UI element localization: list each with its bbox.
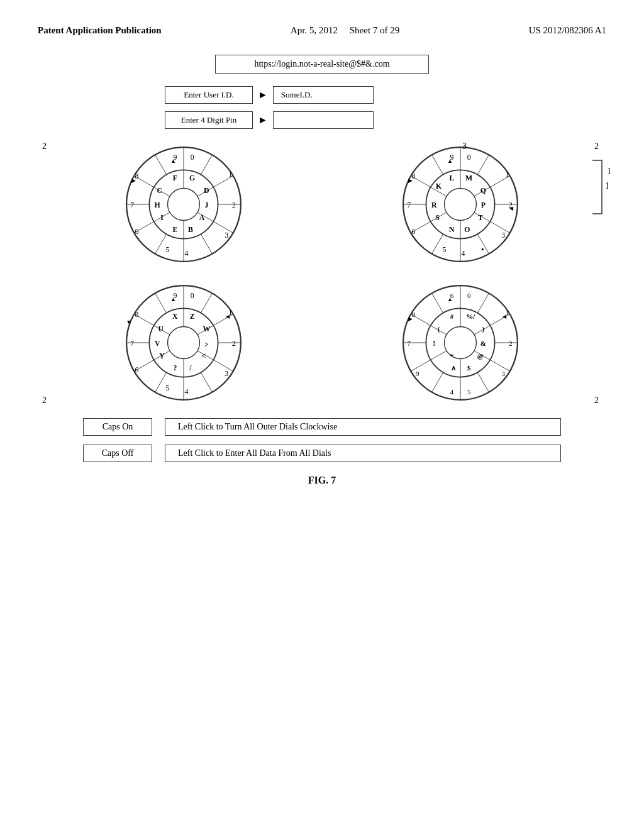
- svg-text:X: X: [172, 312, 178, 321]
- svg-text:(: (: [438, 325, 440, 333]
- dial-3-svg: 9 0 1 2 3 4 5 6 7 8 X Z U W V >: [121, 280, 247, 406]
- svg-text:L: L: [449, 174, 454, 182]
- svg-text:%/: %/: [466, 313, 475, 320]
- svg-text:R: R: [431, 201, 437, 209]
- corner-2-bottomleft: 2: [42, 396, 47, 406]
- svg-text:<: <: [201, 351, 206, 360]
- svg-text:7: 7: [407, 201, 411, 209]
- svg-text:6: 6: [135, 227, 139, 236]
- svg-text:4: 4: [185, 249, 189, 258]
- svg-text:4: 4: [450, 388, 454, 396]
- svg-point-135: [445, 327, 477, 359]
- svg-text:▶: ▶: [408, 177, 413, 184]
- svg-text:7: 7: [407, 340, 411, 347]
- svg-text:5: 5: [467, 388, 471, 396]
- caps-on-button[interactable]: Caps On: [83, 418, 152, 436]
- svg-text:▲: ▲: [447, 296, 453, 302]
- svg-text:▲: ▲: [447, 158, 453, 164]
- caps-off-button[interactable]: Caps Off: [83, 445, 152, 462]
- caps-on-description: Left Click to Turn All Outer Dials Clock…: [165, 418, 561, 436]
- svg-text:B: B: [188, 225, 193, 234]
- svg-text:3: 3: [501, 231, 505, 240]
- svg-point-3: [168, 189, 200, 221]
- svg-text:0: 0: [191, 153, 194, 162]
- svg-text:0: 0: [191, 291, 194, 300]
- svg-text:S: S: [435, 213, 440, 222]
- caps-on-row: Caps On Left Click to Turn All Outer Dia…: [83, 418, 561, 436]
- svg-text:*: *: [450, 352, 453, 360]
- dial-4-svg: 6 0 1 2 3 5 4 9 7 8 # %/ ( ) ! &: [397, 280, 523, 406]
- svg-text:∧: ∧: [451, 364, 456, 372]
- user-id-label: Enter User I.D.: [165, 86, 253, 104]
- pin-label: Enter 4 Digit Pin: [165, 111, 253, 129]
- svg-text:A: A: [199, 213, 205, 222]
- user-id-value: SomeI.D.: [273, 86, 374, 104]
- patent-number: US 2012/082306 A1: [529, 25, 606, 36]
- publication-date: Apr. 5, 2012: [291, 25, 338, 35]
- svg-text:▶: ▶: [408, 316, 413, 322]
- svg-text:3: 3: [501, 370, 505, 377]
- svg-text:1: 1: [605, 181, 608, 191]
- svg-text:4: 4: [185, 387, 189, 396]
- svg-text:P: P: [481, 201, 486, 209]
- svg-text:◀: ◀: [509, 206, 514, 211]
- svg-text:1: 1: [229, 170, 233, 179]
- corner-3-topmid: 3: [462, 141, 467, 152]
- svg-text:▲: ▲: [170, 158, 176, 164]
- arrow-right-icon: ►: [258, 89, 268, 101]
- svg-text:?: ?: [173, 363, 177, 372]
- dial-2-svg: 9 0 1 2 3 4 5 6 7 8 L M K Q R P: [397, 141, 523, 267]
- svg-text:W: W: [203, 324, 210, 333]
- dial-2-wrapper: 9 0 1 2 3 4 5 6 7 8 L M K Q R P: [328, 141, 592, 267]
- svg-text:!: !: [433, 339, 435, 348]
- svg-text:▲: ▲: [480, 246, 485, 252]
- svg-text:2: 2: [232, 201, 236, 209]
- svg-text:0: 0: [467, 292, 471, 299]
- svg-text:H: H: [155, 201, 160, 209]
- svg-text:9: 9: [416, 370, 419, 377]
- svg-text:6: 6: [412, 227, 416, 236]
- caps-off-row: Caps Off Left Click to Enter All Data Fr…: [83, 445, 561, 462]
- svg-point-46: [445, 189, 477, 221]
- svg-text:N: N: [449, 225, 455, 234]
- svg-text:): ): [482, 325, 485, 333]
- dial-3-wrapper: 9 0 1 2 3 4 5 6 7 8 X Z U W V >: [52, 280, 316, 406]
- svg-text:4: 4: [462, 249, 465, 258]
- svg-text:M: M: [465, 174, 472, 182]
- caps-off-description: Left Click to Enter All Data From All Di…: [165, 445, 561, 462]
- page: Patent Application Publication Apr. 5, 2…: [0, 0, 644, 830]
- svg-text:7: 7: [130, 339, 134, 348]
- svg-text:C: C: [157, 186, 163, 195]
- dials-area: 1 1: [52, 141, 592, 406]
- svg-text:&: &: [480, 340, 486, 347]
- figure-label: FIG. 7: [38, 475, 606, 486]
- svg-text:K: K: [436, 182, 442, 191]
- svg-text:8: 8: [135, 310, 139, 319]
- svg-text:▶: ▶: [131, 177, 136, 184]
- svg-text:Z: Z: [190, 312, 195, 321]
- svg-text:6: 6: [135, 365, 139, 374]
- form-section: Enter User I.D. ► SomeI.D. Enter 4 Digit…: [165, 86, 479, 129]
- dial-1-wrapper: 9 0 1 2 3 4 5 6 7: [52, 141, 316, 267]
- svg-text:I: I: [160, 213, 164, 222]
- sheet-info: Sheet 7 of 29: [350, 25, 400, 35]
- svg-text:0: 0: [467, 153, 471, 162]
- corner-2-bottomright: 2: [594, 396, 599, 406]
- svg-text:▲: ▲: [170, 296, 176, 302]
- svg-text:>: >: [204, 340, 209, 349]
- svg-text:O: O: [464, 225, 470, 234]
- svg-text:2: 2: [232, 339, 236, 348]
- arrow-right-2-icon: ►: [258, 114, 268, 126]
- svg-point-91: [168, 327, 200, 359]
- svg-text:J: J: [204, 201, 208, 209]
- header: Patent Application Publication Apr. 5, 2…: [38, 25, 606, 36]
- svg-text:G: G: [189, 174, 195, 182]
- svg-text:3: 3: [225, 369, 228, 378]
- patent-title: Patent Application Publication: [38, 25, 162, 36]
- svg-text:Y: Y: [159, 351, 165, 360]
- dial-4-wrapper: 6 0 1 2 3 5 4 9 7 8 # %/ ( ) ! &: [328, 280, 592, 406]
- svg-text:7: 7: [130, 201, 134, 209]
- header-center: Apr. 5, 2012 Sheet 7 of 29: [291, 25, 399, 36]
- svg-text:5: 5: [166, 245, 170, 254]
- svg-text:▲: ▲: [126, 319, 131, 326]
